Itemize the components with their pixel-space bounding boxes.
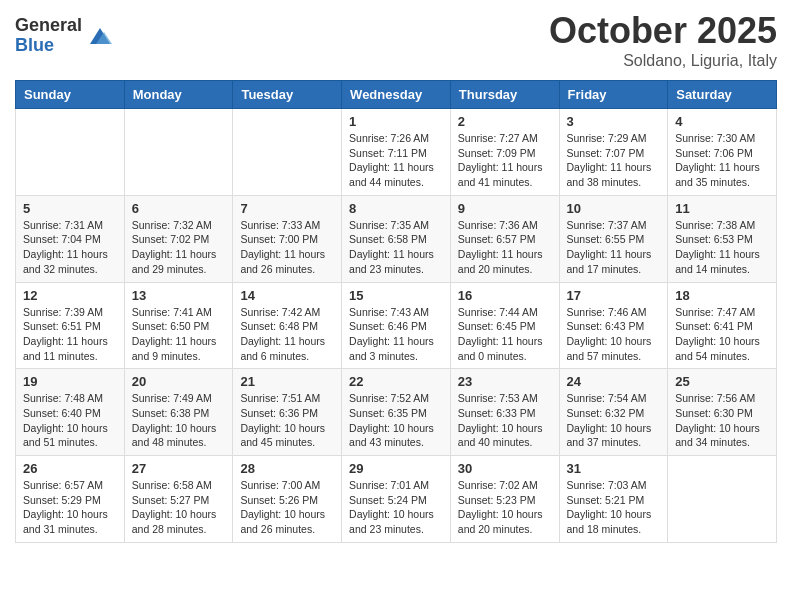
- day-number: 17: [567, 288, 661, 303]
- day-info: Sunrise: 7:48 AMSunset: 6:40 PMDaylight:…: [23, 391, 117, 450]
- week-row-3: 12Sunrise: 7:39 AMSunset: 6:51 PMDayligh…: [16, 282, 777, 369]
- day-info: Sunrise: 7:54 AMSunset: 6:32 PMDaylight:…: [567, 391, 661, 450]
- day-number: 11: [675, 201, 769, 216]
- day-number: 10: [567, 201, 661, 216]
- day-info: Sunrise: 6:58 AMSunset: 5:27 PMDaylight:…: [132, 478, 226, 537]
- day-number: 21: [240, 374, 334, 389]
- day-number: 8: [349, 201, 443, 216]
- calendar-cell: 26Sunrise: 6:57 AMSunset: 5:29 PMDayligh…: [16, 456, 125, 543]
- title-block: October 2025 Soldano, Liguria, Italy: [549, 10, 777, 70]
- calendar-cell: 31Sunrise: 7:03 AMSunset: 5:21 PMDayligh…: [559, 456, 668, 543]
- calendar-cell: 29Sunrise: 7:01 AMSunset: 5:24 PMDayligh…: [342, 456, 451, 543]
- day-number: 19: [23, 374, 117, 389]
- weekday-header-wednesday: Wednesday: [342, 81, 451, 109]
- weekday-header-saturday: Saturday: [668, 81, 777, 109]
- day-info: Sunrise: 7:44 AMSunset: 6:45 PMDaylight:…: [458, 305, 552, 364]
- day-info: Sunrise: 7:35 AMSunset: 6:58 PMDaylight:…: [349, 218, 443, 277]
- day-info: Sunrise: 7:41 AMSunset: 6:50 PMDaylight:…: [132, 305, 226, 364]
- day-number: 18: [675, 288, 769, 303]
- day-number: 2: [458, 114, 552, 129]
- day-number: 26: [23, 461, 117, 476]
- weekday-header-sunday: Sunday: [16, 81, 125, 109]
- week-row-4: 19Sunrise: 7:48 AMSunset: 6:40 PMDayligh…: [16, 369, 777, 456]
- day-info: Sunrise: 7:30 AMSunset: 7:06 PMDaylight:…: [675, 131, 769, 190]
- calendar-cell: 7Sunrise: 7:33 AMSunset: 7:00 PMDaylight…: [233, 195, 342, 282]
- calendar-cell: 28Sunrise: 7:00 AMSunset: 5:26 PMDayligh…: [233, 456, 342, 543]
- day-info: Sunrise: 7:29 AMSunset: 7:07 PMDaylight:…: [567, 131, 661, 190]
- week-row-2: 5Sunrise: 7:31 AMSunset: 7:04 PMDaylight…: [16, 195, 777, 282]
- weekday-header-friday: Friday: [559, 81, 668, 109]
- day-number: 22: [349, 374, 443, 389]
- day-info: Sunrise: 7:02 AMSunset: 5:23 PMDaylight:…: [458, 478, 552, 537]
- weekday-header-tuesday: Tuesday: [233, 81, 342, 109]
- header: General Blue October 2025 Soldano, Ligur…: [15, 10, 777, 70]
- day-number: 23: [458, 374, 552, 389]
- calendar-cell: 13Sunrise: 7:41 AMSunset: 6:50 PMDayligh…: [124, 282, 233, 369]
- day-number: 1: [349, 114, 443, 129]
- logo-blue-text: Blue: [15, 36, 82, 56]
- day-number: 28: [240, 461, 334, 476]
- calendar-table: SundayMondayTuesdayWednesdayThursdayFrid…: [15, 80, 777, 543]
- day-info: Sunrise: 7:01 AMSunset: 5:24 PMDaylight:…: [349, 478, 443, 537]
- calendar-cell: 11Sunrise: 7:38 AMSunset: 6:53 PMDayligh…: [668, 195, 777, 282]
- day-info: Sunrise: 7:03 AMSunset: 5:21 PMDaylight:…: [567, 478, 661, 537]
- day-number: 6: [132, 201, 226, 216]
- calendar-cell: 25Sunrise: 7:56 AMSunset: 6:30 PMDayligh…: [668, 369, 777, 456]
- day-info: Sunrise: 7:46 AMSunset: 6:43 PMDaylight:…: [567, 305, 661, 364]
- day-number: 7: [240, 201, 334, 216]
- calendar-cell: 2Sunrise: 7:27 AMSunset: 7:09 PMDaylight…: [450, 109, 559, 196]
- day-number: 13: [132, 288, 226, 303]
- day-number: 12: [23, 288, 117, 303]
- main-title: October 2025: [549, 10, 777, 52]
- weekday-row: SundayMondayTuesdayWednesdayThursdayFrid…: [16, 81, 777, 109]
- subtitle: Soldano, Liguria, Italy: [549, 52, 777, 70]
- calendar-cell: 15Sunrise: 7:43 AMSunset: 6:46 PMDayligh…: [342, 282, 451, 369]
- day-info: Sunrise: 7:51 AMSunset: 6:36 PMDaylight:…: [240, 391, 334, 450]
- calendar-cell: 27Sunrise: 6:58 AMSunset: 5:27 PMDayligh…: [124, 456, 233, 543]
- calendar-cell: 6Sunrise: 7:32 AMSunset: 7:02 PMDaylight…: [124, 195, 233, 282]
- day-info: Sunrise: 7:56 AMSunset: 6:30 PMDaylight:…: [675, 391, 769, 450]
- day-info: Sunrise: 7:53 AMSunset: 6:33 PMDaylight:…: [458, 391, 552, 450]
- calendar-cell: 18Sunrise: 7:47 AMSunset: 6:41 PMDayligh…: [668, 282, 777, 369]
- day-info: Sunrise: 7:47 AMSunset: 6:41 PMDaylight:…: [675, 305, 769, 364]
- day-info: Sunrise: 7:39 AMSunset: 6:51 PMDaylight:…: [23, 305, 117, 364]
- day-number: 25: [675, 374, 769, 389]
- day-info: Sunrise: 7:42 AMSunset: 6:48 PMDaylight:…: [240, 305, 334, 364]
- logo-general-text: General: [15, 16, 82, 36]
- day-info: Sunrise: 7:38 AMSunset: 6:53 PMDaylight:…: [675, 218, 769, 277]
- calendar-cell: 4Sunrise: 7:30 AMSunset: 7:06 PMDaylight…: [668, 109, 777, 196]
- day-number: 29: [349, 461, 443, 476]
- day-info: Sunrise: 6:57 AMSunset: 5:29 PMDaylight:…: [23, 478, 117, 537]
- day-info: Sunrise: 7:00 AMSunset: 5:26 PMDaylight:…: [240, 478, 334, 537]
- day-info: Sunrise: 7:33 AMSunset: 7:00 PMDaylight:…: [240, 218, 334, 277]
- day-info: Sunrise: 7:26 AMSunset: 7:11 PMDaylight:…: [349, 131, 443, 190]
- calendar-cell: 5Sunrise: 7:31 AMSunset: 7:04 PMDaylight…: [16, 195, 125, 282]
- logo: General Blue: [15, 16, 114, 56]
- day-number: 20: [132, 374, 226, 389]
- day-info: Sunrise: 7:32 AMSunset: 7:02 PMDaylight:…: [132, 218, 226, 277]
- day-number: 14: [240, 288, 334, 303]
- day-number: 3: [567, 114, 661, 129]
- day-number: 31: [567, 461, 661, 476]
- week-row-1: 1Sunrise: 7:26 AMSunset: 7:11 PMDaylight…: [16, 109, 777, 196]
- calendar-cell: [668, 456, 777, 543]
- weekday-header-monday: Monday: [124, 81, 233, 109]
- day-number: 27: [132, 461, 226, 476]
- calendar-cell: 8Sunrise: 7:35 AMSunset: 6:58 PMDaylight…: [342, 195, 451, 282]
- calendar-body: 1Sunrise: 7:26 AMSunset: 7:11 PMDaylight…: [16, 109, 777, 543]
- calendar-cell: 21Sunrise: 7:51 AMSunset: 6:36 PMDayligh…: [233, 369, 342, 456]
- calendar-cell: 1Sunrise: 7:26 AMSunset: 7:11 PMDaylight…: [342, 109, 451, 196]
- calendar-header: SundayMondayTuesdayWednesdayThursdayFrid…: [16, 81, 777, 109]
- calendar-cell: 23Sunrise: 7:53 AMSunset: 6:33 PMDayligh…: [450, 369, 559, 456]
- day-number: 9: [458, 201, 552, 216]
- calendar-cell: 30Sunrise: 7:02 AMSunset: 5:23 PMDayligh…: [450, 456, 559, 543]
- day-info: Sunrise: 7:31 AMSunset: 7:04 PMDaylight:…: [23, 218, 117, 277]
- calendar-cell: 16Sunrise: 7:44 AMSunset: 6:45 PMDayligh…: [450, 282, 559, 369]
- logo-icon: [86, 22, 114, 50]
- day-number: 30: [458, 461, 552, 476]
- day-info: Sunrise: 7:27 AMSunset: 7:09 PMDaylight:…: [458, 131, 552, 190]
- day-number: 4: [675, 114, 769, 129]
- day-number: 5: [23, 201, 117, 216]
- calendar-cell: [233, 109, 342, 196]
- day-info: Sunrise: 7:49 AMSunset: 6:38 PMDaylight:…: [132, 391, 226, 450]
